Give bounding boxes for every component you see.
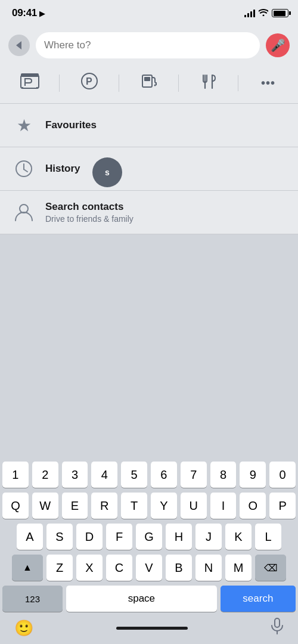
parking-p-icon: P <box>81 73 98 94</box>
key-g[interactable]: G <box>136 524 162 550</box>
key-l[interactable]: L <box>255 524 281 550</box>
search-contacts-item[interactable]: Search contacts Drive to friends & famil… <box>0 191 298 234</box>
category-parking-p[interactable]: P <box>60 69 119 97</box>
category-row: P ••• <box>0 67 298 104</box>
tooltip-bubble: s <box>92 157 122 187</box>
svg-rect-1 <box>21 73 39 77</box>
key-1[interactable]: 1 <box>2 462 29 488</box>
key-8[interactable]: 8 <box>210 462 237 488</box>
search-contacts-title: Search contacts <box>45 201 286 213</box>
key-x[interactable]: X <box>76 555 103 581</box>
microphone-icon: 🎤 <box>271 38 285 52</box>
svg-rect-0 <box>21 75 39 88</box>
key-2[interactable]: 2 <box>32 462 58 488</box>
key-i[interactable]: I <box>210 493 237 519</box>
list-area: ★ Favourites History Search contacts <box>0 104 298 234</box>
svg-line-13 <box>24 169 27 172</box>
svg-rect-15 <box>275 618 280 627</box>
category-gas[interactable] <box>119 69 179 97</box>
tooltip-text: s <box>105 168 110 177</box>
key-a[interactable]: A <box>17 524 43 550</box>
delete-key[interactable]: ⌫ <box>255 555 286 581</box>
gas-station-icon <box>141 73 157 94</box>
search-contacts-icon <box>12 200 36 224</box>
search-contacts-subtitle: Drive to friends & family <box>45 214 286 224</box>
favourites-icon: ★ <box>12 113 36 137</box>
search-input[interactable] <box>44 39 252 51</box>
status-icons <box>244 8 288 18</box>
key-v[interactable]: V <box>136 555 162 581</box>
key-o[interactable]: O <box>240 493 266 519</box>
key-q[interactable]: Q <box>2 493 29 519</box>
key-5[interactable]: 5 <box>121 462 147 488</box>
shift-icon: ▲ <box>23 562 32 573</box>
category-parking-garage[interactable] <box>0 69 60 97</box>
key-f[interactable]: F <box>106 524 132 550</box>
key-9[interactable]: 9 <box>240 462 266 488</box>
keyboard-extras: 🙂 <box>2 615 296 642</box>
svg-rect-7 <box>144 77 150 81</box>
key-w[interactable]: W <box>32 493 58 519</box>
search-area: 🎤 <box>0 26 298 67</box>
key-6[interactable]: 6 <box>151 462 177 488</box>
battery-icon <box>272 9 288 17</box>
svg-text:P: P <box>86 76 92 86</box>
more-icon: ••• <box>261 76 275 90</box>
key-k[interactable]: K <box>225 524 252 550</box>
location-arrow-icon: ▶ <box>39 9 45 18</box>
key-t[interactable]: T <box>121 493 147 519</box>
keyboard-row-zxcv: ▲ Z X C V B N M ⌫ <box>2 555 296 581</box>
key-j[interactable]: J <box>195 524 222 550</box>
space-key[interactable]: space <box>66 586 217 612</box>
status-bar: 09:41 ▶ <box>0 0 298 26</box>
key-0[interactable]: 0 <box>269 462 296 488</box>
key-p[interactable]: P <box>269 493 296 519</box>
back-button[interactable] <box>8 35 30 56</box>
svg-point-8 <box>154 85 156 86</box>
keyboard-bottom-row: 123 space search <box>2 586 296 612</box>
favourites-text: Favourites <box>45 119 286 131</box>
key-4[interactable]: 4 <box>91 462 117 488</box>
home-indicator <box>116 627 188 630</box>
restaurant-icon <box>200 73 217 94</box>
history-icon <box>12 157 36 181</box>
search-contacts-text: Search contacts Drive to friends & famil… <box>45 201 286 224</box>
key-s[interactable]: S <box>46 524 73 550</box>
history-item[interactable]: History <box>0 147 298 191</box>
voice-button[interactable]: 🎤 <box>266 33 290 57</box>
key-3[interactable]: 3 <box>62 462 88 488</box>
search-input-container <box>36 32 260 58</box>
key-h[interactable]: H <box>166 524 192 550</box>
key-r[interactable]: R <box>91 493 117 519</box>
key-b[interactable]: B <box>166 555 192 581</box>
category-more[interactable]: ••• <box>238 73 298 94</box>
parking-garage-icon <box>20 73 39 94</box>
key-7[interactable]: 7 <box>181 462 207 488</box>
keyboard-row-numbers: 1 2 3 4 5 6 7 8 9 0 <box>2 462 296 488</box>
history-title: History <box>45 163 286 175</box>
key-z[interactable]: Z <box>46 555 73 581</box>
wifi-icon <box>259 8 268 18</box>
key-e[interactable]: E <box>62 493 88 519</box>
svg-point-14 <box>20 205 28 213</box>
back-chevron-icon <box>16 41 21 49</box>
key-n[interactable]: N <box>195 555 222 581</box>
key-d[interactable]: D <box>76 524 103 550</box>
key-m[interactable]: M <box>225 555 252 581</box>
search-key[interactable]: search <box>221 586 296 612</box>
numbers-switch-key[interactable]: 123 <box>2 586 63 612</box>
category-restaurant[interactable] <box>179 70 238 97</box>
key-u[interactable]: U <box>181 493 207 519</box>
shift-key[interactable]: ▲ <box>12 555 43 581</box>
keyboard: 1 2 3 4 5 6 7 8 9 0 Q W E R T Y U I O P … <box>0 456 298 644</box>
favourites-title: Favourites <box>45 119 286 131</box>
key-c[interactable]: C <box>106 555 132 581</box>
status-time: 09:41 <box>12 7 37 19</box>
keyboard-row-qwerty: Q W E R T Y U I O P <box>2 493 296 519</box>
key-y[interactable]: Y <box>151 493 177 519</box>
keyboard-mic-icon[interactable] <box>271 618 284 638</box>
favourites-item[interactable]: ★ Favourites <box>0 104 298 147</box>
emoji-key[interactable]: 🙂 <box>14 619 33 637</box>
signal-icon <box>244 9 255 17</box>
history-text: History <box>45 163 286 175</box>
